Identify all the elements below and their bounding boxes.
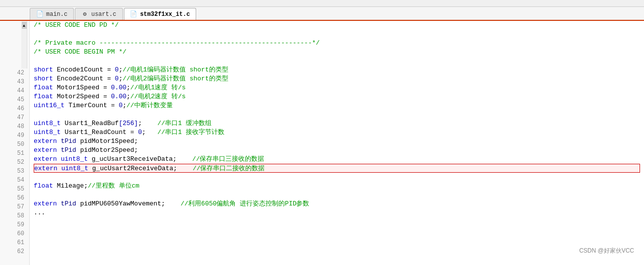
line-number: 59	[3, 220, 27, 229]
file-icon: 📄	[130, 11, 137, 18]
code-line: uint16_t TimerCount = 0;//中断计数变量	[34, 101, 640, 110]
code-line: float Motor1Speed = 0.00;//电机1速度 转/s	[34, 83, 640, 92]
code-line: float Motor2Speed = 0.00;//电机2速度 转/s	[34, 92, 640, 101]
code-area[interactable]: /* USER CODE END PD */ /* Private macro …	[30, 21, 644, 265]
tab-usart-c[interactable]: ⚙ usart.c	[75, 8, 122, 20]
line-number: 55	[3, 185, 27, 194]
code-line: extern uint8_t g_ucUsart2ReceiveData; //…	[34, 164, 640, 173]
code-line	[34, 30, 640, 39]
top-bar	[0, 0, 644, 7]
tab-stm32-it[interactable]: 📄 stm32f1xx_it.c	[124, 8, 197, 20]
code-line	[34, 57, 640, 66]
tab-label: main.c	[46, 11, 67, 18]
line-number: 44	[3, 86, 27, 95]
tab-label: stm32f1xx_it.c	[140, 11, 190, 18]
line-number: 47	[3, 113, 27, 122]
scroll-indicator: ▲	[21, 21, 27, 68]
line-number: 60	[3, 229, 27, 238]
code-line	[34, 173, 640, 182]
line-number: 62	[3, 247, 27, 256]
file-gear-icon: ⚙	[81, 11, 88, 18]
line-number: 58	[3, 211, 27, 220]
code-line: short Encode2Count = 0;//电机2编码器计数值 short…	[34, 74, 640, 83]
code-line: float Mileage;//里程数 单位cm	[34, 182, 640, 191]
line-number: 46	[3, 104, 27, 113]
code-line: extern tPid pidMotor2Speed;	[34, 146, 640, 155]
watermark: CSDN @好家伙VCC	[579, 247, 634, 255]
code-line: short Encode1Count = 0;//电机1编码器计数值 short…	[34, 66, 640, 74]
line-number: 61	[3, 238, 27, 247]
line-number: 56	[3, 194, 27, 202]
line-number: 53	[3, 167, 27, 176]
line-number: 54	[3, 176, 27, 185]
tab-main-c[interactable]: 📄 main.c	[30, 8, 74, 20]
code-line: uint8_t Usart1_ReadCount = 0; //串口1 接收字节…	[34, 128, 640, 137]
code-line: /* USER CODE END PD */	[34, 21, 640, 30]
scroll-up[interactable]: ▲	[22, 22, 27, 29]
code-line: extern tPid pidMotor1Speed;	[34, 137, 640, 146]
line-numbers: 4243444546474849505152535455565758596061…	[3, 68, 27, 265]
code-line: extern tPid pidMPU6050YawMovement; //利用6…	[34, 199, 640, 208]
line-number: 48	[3, 122, 27, 131]
line-number: 43	[3, 77, 27, 86]
code-line: /* USER CODE BEGIN PM */	[34, 48, 640, 57]
line-number: 42	[3, 68, 27, 77]
line-number: 57	[3, 202, 27, 211]
code-line: uint8_t Usart1_ReadBuf[256]; //串口1 缓冲数组	[34, 119, 640, 128]
line-number: 52	[3, 158, 27, 167]
editor-container: ▲ 42434445464748495051525354555657585960…	[0, 21, 644, 265]
line-number: 45	[3, 95, 27, 104]
left-margin: ▲ 42434445464748495051525354555657585960…	[0, 21, 30, 265]
tabs-bar: 📄 main.c ⚙ usart.c 📄 stm32f1xx_it.c	[0, 7, 644, 21]
line-number	[3, 256, 27, 265]
line-number: 49	[3, 131, 27, 140]
code-line: /* Private macro -----------------------…	[34, 39, 640, 48]
code-line	[34, 191, 640, 199]
code-line	[34, 110, 640, 119]
code-line: ...	[34, 208, 640, 217]
file-icon: 📄	[36, 11, 43, 18]
line-number: 50	[3, 140, 27, 149]
tab-label: usart.c	[91, 11, 116, 18]
code-line: extern uint8_t g_ucUsart3ReceiveData; //…	[34, 155, 640, 164]
line-number: 51	[3, 149, 27, 158]
